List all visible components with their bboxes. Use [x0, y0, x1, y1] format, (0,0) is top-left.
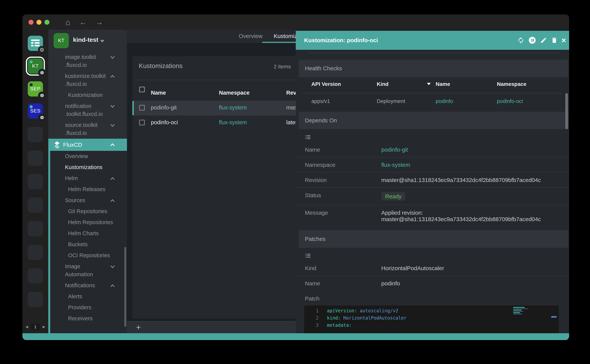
app-window: ⌂ ← → ⚙ KT ☸ — [22, 14, 569, 340]
column-header-api-version[interactable]: API Version — [311, 81, 341, 87]
depends-on-name-link[interactable]: podinfo-git — [381, 146, 408, 153]
cell-namespace[interactable]: flux-system — [219, 119, 247, 125]
cell-name-link[interactable]: podinfo — [436, 98, 453, 104]
sidebar-item-overview[interactable]: Overview — [50, 151, 127, 162]
add-button[interactable]: + — [136, 323, 141, 332]
sidebar-item-oci-repositories[interactable]: OCI Repositories — [50, 250, 127, 261]
sidebar-item-fluxcd[interactable]: FluxCD — [48, 139, 127, 151]
sidebar-item-source-toolkit[interactable]: source.toolkit .fluxcd.io — [48, 120, 127, 139]
back-arrow-icon[interactable]: ← — [79, 19, 86, 26]
pager-prev-icon[interactable]: ◀ — [26, 325, 28, 328]
column-header-kind[interactable]: Kind — [377, 81, 388, 87]
field-row-kind: Kind HorizontalPodAutoscaler — [296, 261, 569, 276]
minimize-window-button[interactable] — [37, 20, 41, 25]
section-patches: Patches — [299, 230, 568, 248]
sidebar-item-helm-charts[interactable]: Helm Charts — [50, 228, 127, 239]
column-header-namespace[interactable]: Namespace — [219, 90, 249, 96]
sidebar-item-kustomize-toolkit[interactable]: kustomize.toolkit .fluxcd.io — [48, 71, 127, 90]
chevron-up-icon — [111, 143, 115, 148]
kubernetes-wheel-icon: ☸ — [38, 69, 46, 77]
sidebar-item-notifications[interactable]: Notifications — [50, 280, 127, 291]
section-title: Health Checks — [305, 65, 342, 72]
cluster-initials: SEP — [28, 86, 43, 91]
pager-next-icon[interactable]: ▶ — [43, 325, 45, 328]
list-bulleted-icon — [305, 135, 311, 140]
sort-descending-icon[interactable] — [427, 83, 431, 85]
app-body: ⚙ KT ☸ SEP ☸ SES ☸ — [22, 30, 569, 333]
patch-label: Patch — [296, 291, 569, 306]
column-header-name[interactable]: Name — [436, 81, 450, 87]
sidebar-item-helm-releases[interactable]: Helm Releases — [50, 184, 127, 195]
fluxcd-plugin-section: FluxCD Overview Kustomizations Helm Helm… — [48, 139, 127, 333]
depends-on-namespace-link[interactable]: flux-system — [381, 162, 410, 168]
sync-icon[interactable] — [517, 37, 524, 44]
sidebar-item-notification-toolkit[interactable]: notification .toolkit.fluxcd.io — [48, 101, 127, 120]
sidebar-item-receivers[interactable]: Receivers — [50, 313, 127, 324]
edit-icon[interactable] — [540, 37, 547, 44]
app-logo-button[interactable]: ⚙ — [28, 36, 43, 51]
kubernetes-wheel-icon: ☸ — [38, 91, 46, 100]
sidebar-item-image-toolkit[interactable]: image.toolkit .fluxcd.io — [48, 52, 127, 71]
home-icon[interactable]: ⌂ — [66, 18, 70, 26]
select-all-checkbox[interactable] — [139, 87, 145, 92]
depends-on-revision: master@sha1:1318243ec9a733432dc4f2bb8870… — [381, 177, 541, 183]
tab-overview[interactable]: Overview — [239, 33, 262, 39]
cluster-placeholder — [28, 292, 43, 307]
cluster-initials: SES — [28, 108, 43, 114]
pager-page-number[interactable]: 1 — [31, 324, 40, 330]
fluxcd-icon — [53, 141, 61, 149]
table-item-count: 2 items — [274, 64, 291, 70]
section-health-checks: Health Checks — [299, 60, 568, 77]
yaml-code-editor[interactable]: 1apiVersion:autoscaling/v2 2kind:Horizon… — [304, 306, 559, 333]
sidebar-item-providers[interactable]: Providers — [50, 302, 127, 313]
bottom-accent-bar — [22, 333, 569, 340]
sidebar-item-image-automation[interactable]: Image Automation — [50, 261, 127, 280]
cell-name[interactable]: podinfo-oci — [151, 119, 178, 125]
sidebar-item-kustomization[interactable]: Kustomization — [48, 90, 127, 101]
chevron-down-icon — [100, 40, 105, 43]
column-header-namespace[interactable]: Namespace — [497, 81, 526, 87]
forward-arrow-icon[interactable]: → — [96, 19, 103, 26]
sidebar-scrollbar[interactable] — [124, 247, 126, 327]
sidebar-item-kustomizations[interactable]: Kustomizations — [50, 162, 127, 173]
health-checks-table-row: apps/v1 Deployment podinfo podinfo-oci — [296, 93, 569, 109]
cell-api-version: apps/v1 — [311, 98, 330, 104]
cluster-button-ses[interactable]: SES ☸ — [28, 103, 43, 118]
column-header-name[interactable]: Name — [151, 90, 166, 96]
cell-namespace-link[interactable]: podinfo-oci — [497, 98, 523, 104]
detail-panel-header: Kustomization: podinfo-oci × — [296, 31, 569, 50]
panel-scrollbar[interactable] — [565, 93, 568, 129]
screen: ⌂ ← → ⚙ KT ☸ — [0, 0, 590, 364]
row-checkbox[interactable] — [139, 105, 145, 110]
selected-row-accent — [132, 101, 134, 116]
close-icon[interactable]: × — [562, 37, 568, 44]
sidebar-item-helm-repositories[interactable]: Helm Repositories — [50, 217, 127, 228]
settings-gear-icon[interactable]: ⚙ — [38, 46, 46, 54]
cluster-placeholder — [28, 221, 43, 236]
cell-name[interactable]: podinfo-git — [151, 104, 177, 110]
maximize-window-button[interactable] — [45, 20, 49, 25]
row-checkbox[interactable] — [139, 120, 145, 125]
cluster-pager: ◀ 1 ▶ — [22, 323, 48, 330]
code-line: 3metadata: — [304, 322, 559, 329]
detail-panel: Kustomization: podinfo-oci × — [296, 30, 569, 333]
cell-namespace[interactable]: flux-system — [219, 104, 247, 110]
pause-icon[interactable] — [529, 37, 536, 44]
sidebar-cluster-chooser[interactable]: KT kind-test — [48, 30, 127, 52]
sidebar-item-alerts[interactable]: Alerts — [50, 291, 127, 302]
cluster-button-kt[interactable]: KT ☸ — [28, 58, 43, 74]
close-window-button[interactable] — [28, 20, 33, 25]
delete-icon[interactable] — [551, 37, 558, 44]
cluster-placeholder — [28, 245, 43, 260]
editor-minimap — [513, 307, 528, 319]
section-depends-on: Depends On — [299, 112, 568, 129]
sidebar-item-git-repositories[interactable]: Git Repositories — [50, 206, 127, 217]
field-row-revision: Revision master@sha1:1318243ec9a733432dc… — [296, 173, 569, 188]
cluster-button-sep[interactable]: SEP ☸ — [28, 81, 43, 97]
health-checks-table-header: API Version Kind Name Namespace — [296, 81, 569, 91]
sidebar-item-helm[interactable]: Helm — [50, 173, 127, 184]
sidebar-item-buckets[interactable]: Buckets — [50, 239, 127, 250]
avatar: KT — [54, 33, 69, 48]
cluster-placeholder — [28, 174, 43, 189]
sidebar-item-sources[interactable]: Sources — [50, 195, 127, 206]
